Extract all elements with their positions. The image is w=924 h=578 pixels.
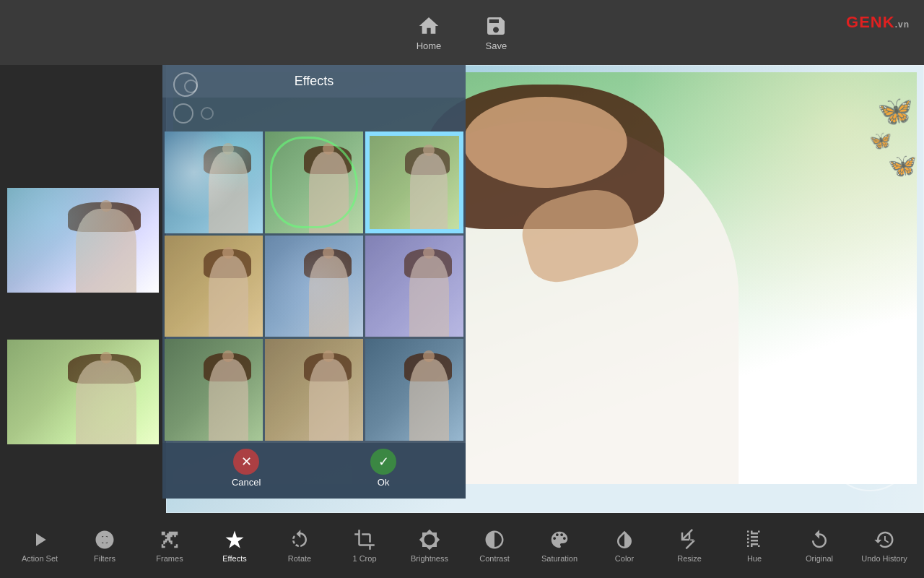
- saturation-icon: [549, 529, 570, 551]
- effect-item-5[interactable]: [365, 236, 463, 337]
- deco-circle-1: [173, 103, 193, 124]
- save-button[interactable]: Save: [484, 14, 507, 51]
- toolbar-action-set[interactable]: Action Set: [14, 529, 65, 563]
- effect-item-3[interactable]: [165, 236, 263, 337]
- effect-item-0[interactable]: [165, 131, 263, 233]
- top-bar: Home Save GENK.vn: [0, 0, 924, 65]
- original-icon: [808, 529, 830, 551]
- filters-icon: [94, 529, 116, 551]
- effect-item-2[interactable]: [365, 131, 463, 233]
- toolbar-hue[interactable]: Hue: [729, 529, 780, 563]
- deco-circle-2: [201, 107, 214, 120]
- effect-item-1[interactable]: [265, 131, 363, 233]
- contrast-icon: [484, 529, 505, 551]
- genk-logo: GENK.vn: [846, 13, 910, 32]
- effect-item-6[interactable]: [165, 339, 263, 441]
- cancel-icon: ✕: [233, 449, 259, 475]
- toolbar-contrast[interactable]: Contrast: [469, 529, 520, 563]
- toolbar-brightness[interactable]: Brightness: [404, 529, 455, 563]
- toolbar-color[interactable]: Color: [599, 529, 650, 563]
- effects-dialog: Effects: [162, 65, 466, 499]
- color-icon: [614, 529, 635, 551]
- frames-icon: [159, 529, 180, 551]
- toolbar-frames[interactable]: Frames: [144, 529, 195, 563]
- effects-icon: [224, 529, 245, 551]
- toolbar-effects[interactable]: Effects: [209, 529, 260, 563]
- effects-actions: ✕ Cancel ✓ Ok: [162, 443, 466, 499]
- home-icon: [417, 14, 440, 38]
- hue-icon: [744, 529, 765, 551]
- deco-wave: [837, 296, 924, 513]
- ok-icon: ✓: [370, 449, 396, 475]
- toolbar-filters[interactable]: Filters: [79, 529, 130, 563]
- left-panel: [0, 65, 166, 513]
- brightness-icon: [419, 529, 440, 551]
- effects-grid: [162, 129, 466, 443]
- effects-dialog-title: Effects: [162, 65, 466, 98]
- crop-icon: [354, 529, 375, 551]
- cancel-button[interactable]: ✕ Cancel: [232, 449, 261, 488]
- toolbar-undo-history[interactable]: Undo History: [859, 529, 910, 563]
- bottom-toolbar: Action Set Filters Frames Effects Rotate: [0, 513, 924, 578]
- toolbar-rotate[interactable]: Rotate: [274, 529, 325, 563]
- left-thumbnail-top: [7, 188, 159, 293]
- ok-button[interactable]: ✓ Ok: [370, 449, 396, 488]
- save-icon: [484, 14, 507, 38]
- main-area: Effects: [0, 65, 924, 513]
- toolbar-saturation[interactable]: Saturation: [534, 529, 585, 563]
- home-label: Home: [417, 40, 442, 51]
- butterfly-decoration-3: 🦋: [888, 152, 917, 179]
- play-icon: [29, 529, 51, 551]
- toolbar-crop[interactable]: 1 Crop: [339, 529, 390, 563]
- effect-item-7[interactable]: [265, 339, 363, 441]
- toolbar-original[interactable]: Original: [794, 529, 845, 563]
- effect-item-4[interactable]: [265, 236, 363, 337]
- effect-item-8[interactable]: [365, 339, 463, 441]
- toolbar-resize[interactable]: Resize: [664, 529, 715, 563]
- resize-icon: [679, 529, 700, 551]
- butterfly-decoration-1: 🦋: [877, 94, 913, 128]
- undo-history-icon: [873, 529, 895, 551]
- rotate-icon: [289, 529, 310, 551]
- butterfly-decoration-2: 🦋: [869, 130, 892, 151]
- save-label: Save: [486, 40, 507, 51]
- left-thumbnail-bottom: [7, 340, 159, 444]
- home-button[interactable]: Home: [417, 14, 442, 51]
